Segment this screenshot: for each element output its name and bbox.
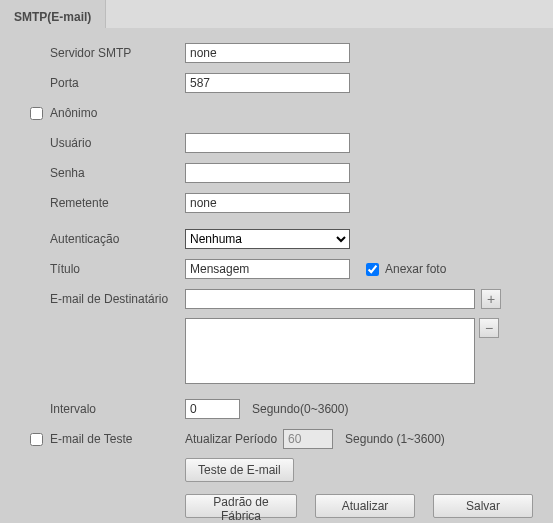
label-test-email: E-mail de Teste	[50, 432, 185, 446]
password-input[interactable]	[185, 163, 350, 183]
server-input[interactable]	[185, 43, 350, 63]
refresh-button-label: Atualizar	[342, 499, 389, 513]
auth-select[interactable]: Nenhuma	[185, 229, 350, 249]
interval-suffix: Segundo(0~3600)	[252, 402, 348, 416]
label-recipient: E-mail de Destinatário	[50, 292, 185, 306]
save-button[interactable]: Salvar	[433, 494, 533, 518]
test-email-button[interactable]: Teste de E-mail	[185, 458, 294, 482]
user-input[interactable]	[185, 133, 350, 153]
factory-default-label: Padrão de Fábrica	[213, 495, 268, 523]
refresh-button[interactable]: Atualizar	[315, 494, 415, 518]
label-server: Servidor SMTP	[50, 46, 185, 60]
label-user: Usuário	[50, 136, 185, 150]
factory-default-button[interactable]: Padrão de Fábrica	[185, 494, 297, 518]
remove-recipient-button[interactable]: −	[479, 318, 499, 338]
update-period-suffix: Segundo (1~3600)	[345, 432, 445, 446]
title-input[interactable]	[185, 259, 350, 279]
label-interval: Intervalo	[50, 402, 185, 416]
attach-checkbox[interactable]	[366, 263, 379, 276]
tab-smtp[interactable]: SMTP(E-mail)	[0, 0, 106, 28]
save-button-label: Salvar	[466, 499, 500, 513]
plus-icon: +	[487, 291, 495, 307]
label-port: Porta	[50, 76, 185, 90]
anonymous-checkbox[interactable]	[30, 107, 43, 120]
recipient-list[interactable]	[185, 318, 475, 384]
label-anonymous: Anônimo	[50, 106, 185, 120]
sender-input[interactable]	[185, 193, 350, 213]
recipient-input[interactable]	[185, 289, 475, 309]
test-email-button-label: Teste de E-mail	[198, 463, 281, 477]
label-update-period: Atualizar Período	[185, 432, 277, 446]
update-period-input[interactable]	[283, 429, 333, 449]
tab-label: SMTP(E-mail)	[14, 10, 91, 24]
minus-icon: −	[485, 320, 493, 336]
tab-bar: SMTP(E-mail)	[0, 0, 553, 28]
port-input[interactable]	[185, 73, 350, 93]
label-title: Título	[50, 262, 185, 276]
interval-input[interactable]	[185, 399, 240, 419]
label-password: Senha	[50, 166, 185, 180]
test-email-checkbox[interactable]	[30, 433, 43, 446]
smtp-panel: Servidor SMTP Porta Anônimo Usuário Senh…	[0, 28, 553, 523]
label-auth: Autenticação	[50, 232, 185, 246]
label-sender: Remetente	[50, 196, 185, 210]
label-attach: Anexar foto	[385, 262, 446, 276]
add-recipient-button[interactable]: +	[481, 289, 501, 309]
